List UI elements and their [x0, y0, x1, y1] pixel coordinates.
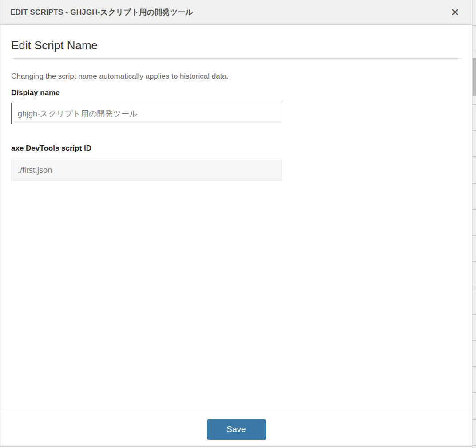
script-id-label: axe DevTools script ID	[11, 144, 461, 153]
modal-footer: Save	[0, 412, 472, 446]
display-name-label: Display name	[11, 88, 461, 97]
page: EDIT SCRIPTS - GHJGH-スクリプト用の開発ツール ✕ Edit…	[0, 0, 476, 448]
modal-header: EDIT SCRIPTS - GHJGH-スクリプト用の開発ツール ✕	[0, 0, 472, 25]
section-title: Edit Script Name	[11, 40, 461, 51]
background-page-edge	[472, 0, 476, 448]
scrollbar-thumb[interactable]	[473, 58, 476, 96]
modal-title: EDIT SCRIPTS - GHJGH-スクリプト用の開発ツール	[10, 7, 193, 17]
display-name-input[interactable]	[11, 103, 282, 124]
modal-body: Edit Script Name Changing the script nam…	[0, 40, 472, 181]
section-divider	[11, 58, 461, 59]
close-icon[interactable]: ✕	[448, 6, 462, 19]
description-text: Changing the script name automatically a…	[11, 72, 461, 81]
script-id-field	[11, 160, 282, 181]
edit-scripts-modal: EDIT SCRIPTS - GHJGH-スクリプト用の開発ツール ✕ Edit…	[0, 0, 472, 447]
save-button[interactable]: Save	[207, 419, 266, 440]
